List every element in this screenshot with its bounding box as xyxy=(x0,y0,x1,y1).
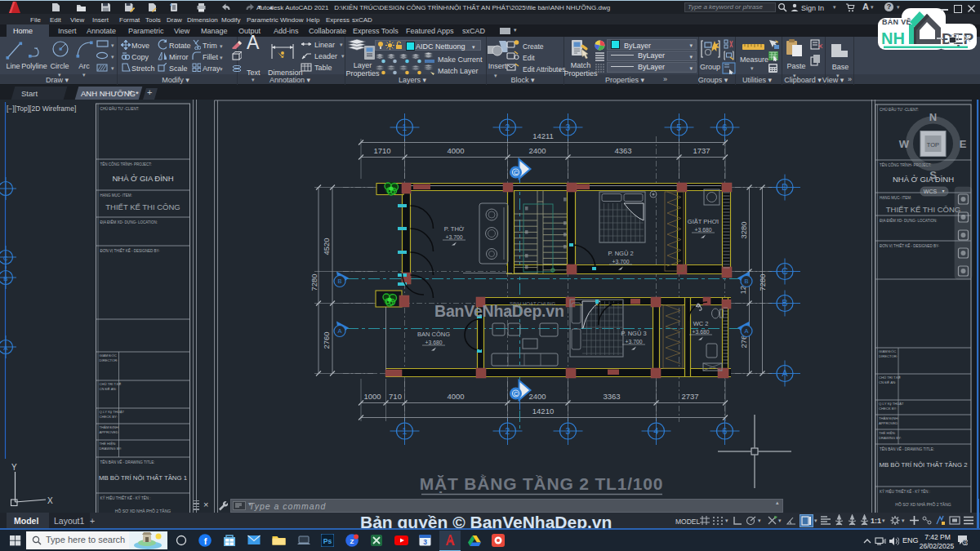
svg-text:THỂ HIỆN:: THỂ HIỆN: xyxy=(100,442,117,446)
svg-text:7280: 7280 xyxy=(310,273,318,291)
svg-text:CHỦ TRÌ T.KẾ: CHỦ TRÌ T.KẾ xyxy=(100,382,122,386)
svg-text:CHECK BY:: CHECK BY: xyxy=(879,407,897,411)
svg-text:5: 5 xyxy=(677,122,682,132)
svg-text:GIÁM ĐỐC: GIÁM ĐỐC xyxy=(879,349,896,353)
svg-text:BAN CÔNG: BAN CÔNG xyxy=(417,331,450,338)
svg-text:14210: 14210 xyxy=(532,407,554,415)
svg-text:N: N xyxy=(929,111,937,123)
svg-text:Ps: Ps xyxy=(323,537,332,545)
svg-text:4000: 4000 xyxy=(447,146,464,155)
svg-text:ĐƠN VỊ THIẾT KẾ - DESIGNED BY-: ĐƠN VỊ THIẾT KẾ - DESIGNED BY- xyxy=(100,248,161,253)
svg-text:A: A xyxy=(744,327,748,335)
svg-text:3280: 3280 xyxy=(739,221,748,238)
svg-text:710: 710 xyxy=(389,392,402,401)
svg-text:GIẶT PHƠI: GIẶT PHƠI xyxy=(688,218,719,225)
svg-text:APPROVED: APPROVED xyxy=(879,421,898,425)
svg-text:THIẾT KẾ THI CÔNG: THIẾT KẾ THI CÔNG xyxy=(105,202,180,211)
svg-text:E: E xyxy=(960,138,967,150)
svg-text:P. NGỦ 2: P. NGỦ 2 xyxy=(608,250,633,257)
svg-text:THỂ HIỆN:: THỂ HIỆN: xyxy=(879,431,896,435)
svg-text:6: 6 xyxy=(723,122,728,132)
svg-text:NH: NH xyxy=(881,29,905,47)
svg-text:A: A xyxy=(3,344,8,352)
svg-text:3: 3 xyxy=(566,122,571,132)
svg-text:TÊN BẢN VẾ - DRAWING TITLE:: TÊN BẢN VẾ - DRAWING TITLE: xyxy=(100,459,155,464)
svg-text:Y: Y xyxy=(11,463,17,472)
svg-text:Z: Z xyxy=(350,538,354,545)
svg-text:ĐƠN VỊ THIẾT KẾ - DESIGNED BY-: ĐƠN VỊ THIẾT KẾ - DESIGNED BY- xyxy=(880,243,940,248)
svg-text:X: X xyxy=(47,496,53,505)
svg-text:DRAWING BY:: DRAWING BY: xyxy=(100,447,122,451)
svg-text:Q.LÝ Kỹ THUẬT: Q.LÝ Kỹ THUẬT xyxy=(100,410,125,414)
svg-text:7280: 7280 xyxy=(758,273,767,291)
svg-text:THẨM ĐỊNH:: THẨM ĐỊNH: xyxy=(100,425,119,429)
svg-text:TOP: TOP xyxy=(927,141,939,149)
svg-text:2400: 2400 xyxy=(528,146,546,155)
svg-text:4: 4 xyxy=(654,426,659,436)
svg-text:GIÁM ĐỐC: GIÁM ĐỐC xyxy=(100,353,117,358)
svg-text:C: C xyxy=(514,391,518,397)
svg-text:APPROVED: APPROVED xyxy=(100,430,118,434)
svg-text:P. THỜ: P. THỜ xyxy=(444,225,465,233)
svg-text:B: B xyxy=(337,278,341,285)
svg-text:C: C xyxy=(782,266,788,276)
svg-text:W: W xyxy=(899,138,910,150)
svg-text:KÝ HIỆU THIẾT KẾ - KÝ TÊN :: KÝ HIỆU THIẾT KẾ - KÝ TÊN : xyxy=(100,495,151,500)
svg-text:B: B xyxy=(744,278,748,285)
svg-text:6: 6 xyxy=(723,426,728,436)
svg-text:THẨM ĐỊNH:: THẨM ĐỊNH: xyxy=(879,416,898,420)
svg-text:CN ĐỀ ÁN:: CN ĐỀ ÁN: xyxy=(100,387,117,391)
svg-text:+3.680: +3.680 xyxy=(695,227,712,233)
svg-text:+3.700: +3.700 xyxy=(446,234,463,240)
svg-text:1710: 1710 xyxy=(373,146,390,155)
svg-text:WC 2: WC 2 xyxy=(693,320,709,327)
svg-text:TÊN BẢN VẾ - DRAWING TITLE:: TÊN BẢN VẾ - DRAWING TITLE: xyxy=(880,446,934,451)
svg-text:14211: 14211 xyxy=(532,131,554,140)
svg-text:B: B xyxy=(782,298,787,308)
svg-text:ĐỊA ĐIỂM XD- DỰNG- LOCATION:: ĐỊA ĐIỂM XD- DỰNG- LOCATION: xyxy=(100,220,158,224)
svg-text:HỒ SƠ XD NHÀ PHỒ 2 TẦNG: HỒ SƠ XD NHÀ PHỒ 2 TẦNG xyxy=(895,502,951,507)
svg-text:3: 3 xyxy=(423,538,427,546)
svg-text:A: A xyxy=(337,327,341,335)
svg-text:1000: 1000 xyxy=(363,392,381,401)
svg-text:C: C xyxy=(3,255,8,262)
svg-text:DIRECTOR:: DIRECTOR: xyxy=(879,354,898,358)
svg-text:CHỦ ĐẦU TƯ -CLIENT:: CHỦ ĐẦU TƯ -CLIENT: xyxy=(880,107,919,112)
svg-text:9: 9 xyxy=(964,540,967,545)
svg-text:ĐỊA ĐIỂM XD- DỰNG- LOCATION:: ĐỊA ĐIỂM XD- DỰNG- LOCATION: xyxy=(880,218,938,223)
svg-text:2400: 2400 xyxy=(528,392,546,401)
svg-text:3: 3 xyxy=(566,426,571,436)
svg-text:P. NGỦ 3: P. NGỦ 3 xyxy=(621,330,646,337)
svg-text:DRAWING BY:: DRAWING BY: xyxy=(879,436,902,440)
svg-text:2737: 2737 xyxy=(681,392,698,401)
svg-text:BẢN VẼ: BẢN VẼ xyxy=(882,17,911,26)
svg-text:BanVeNhaDep.vn: BanVeNhaDep.vn xyxy=(434,302,564,320)
svg-text:f: f xyxy=(204,536,207,546)
svg-text:D: D xyxy=(782,182,788,192)
svg-text:+3.680: +3.680 xyxy=(693,329,710,335)
svg-text:CHỦ ĐẦU TƯ -CLIENT:: CHỦ ĐẦU TƯ -CLIENT: xyxy=(100,106,140,111)
svg-text:S: S xyxy=(929,169,937,181)
svg-text:HẠNG MỤC- ITEM:: HẠNG MỤC- ITEM: xyxy=(100,193,132,198)
svg-text:Q.LÝ Kỹ THUẬT: Q.LÝ Kỹ THUẬT xyxy=(879,402,904,406)
svg-text:+3.680: +3.680 xyxy=(425,340,443,345)
svg-text:1737: 1737 xyxy=(693,146,710,155)
svg-text:DIRECTOR:: DIRECTOR: xyxy=(100,358,118,362)
svg-text:3363: 3363 xyxy=(603,392,620,401)
svg-text:2: 2 xyxy=(506,426,510,436)
svg-text:[−][Top][2D Wireframe]: [−][Top][2D Wireframe] xyxy=(7,104,76,113)
svg-text:NHÀ Ở GIA ĐÌNH: NHÀ Ở GIA ĐÌNH xyxy=(893,175,954,184)
svg-text:MẶT BẰNG TẦNG 2 TL1/100: MẶT BẰNG TẦNG 2 TL1/100 xyxy=(420,474,663,493)
svg-text:CHECK BY:: CHECK BY: xyxy=(100,415,118,419)
svg-text:WCS: WCS xyxy=(924,189,938,194)
svg-text:2760: 2760 xyxy=(322,331,331,349)
svg-text:HẠNG MỤC- ITEM:: HẠNG MỤC- ITEM: xyxy=(880,196,911,200)
svg-text:THIẾT KẾ THI CÔNG: THIẾT KẾ THI CÔNG xyxy=(886,205,961,214)
svg-text:1: 1 xyxy=(403,122,408,132)
svg-text:B: B xyxy=(3,275,7,282)
svg-text:4520: 4520 xyxy=(322,238,331,255)
svg-text:MB BỒ TRÍ NỘI THẤT TẦNG 1: MB BỒ TRÍ NỘI THẤT TẦNG 1 xyxy=(99,473,187,482)
svg-text:2: 2 xyxy=(506,122,510,132)
svg-text:NHÀ Ở GIA ĐÌNH: NHÀ Ở GIA ĐÌNH xyxy=(112,174,173,183)
svg-text:A: A xyxy=(782,368,787,378)
